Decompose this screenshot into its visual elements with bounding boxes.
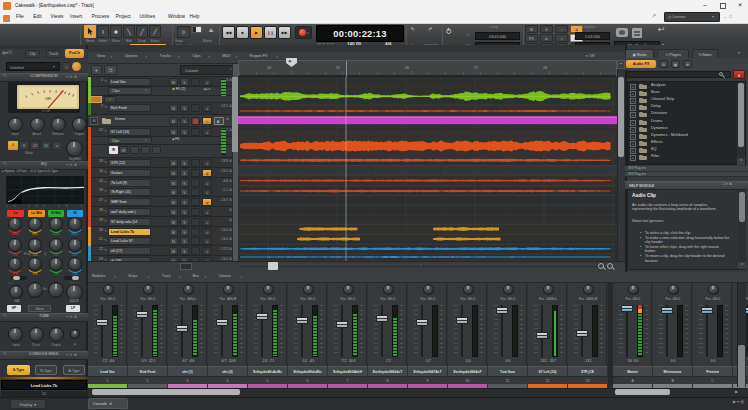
svg-text:GR: GR <box>45 97 51 101</box>
